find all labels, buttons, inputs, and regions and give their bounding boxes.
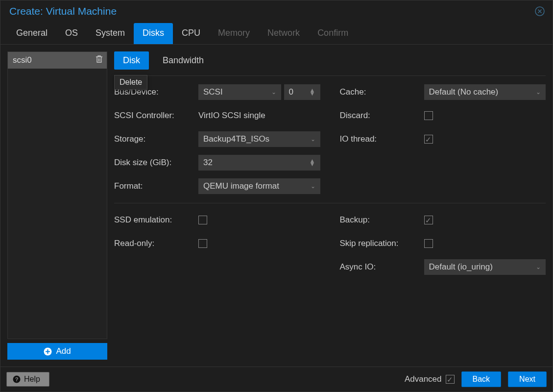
- row-cache: Cache: Default (No cache) ⌄: [340, 84, 546, 100]
- label-backup: Backup:: [340, 215, 424, 225]
- format-select[interactable]: QEMU image format ⌄: [198, 178, 320, 194]
- tab-cpu[interactable]: CPU: [173, 23, 209, 44]
- left-column: Bus/Device: SCSI ⌄ 0 ▲▼: [114, 84, 320, 194]
- help-icon: ?: [13, 375, 21, 383]
- disk-size-spinner[interactable]: 32 ▲▼: [198, 155, 320, 171]
- label-scsi-controller: SCSI Controller:: [114, 111, 198, 121]
- dialog-body: scsi0 Add Disk Bandwidth Delete: [0, 45, 553, 367]
- skip-replication-checkbox[interactable]: [424, 239, 433, 248]
- label-disk-size: Disk size (GiB):: [114, 158, 198, 168]
- disk-form: Bus/Device: SCSI ⌄ 0 ▲▼: [114, 75, 546, 275]
- row-format: Format: QEMU image format ⌄: [114, 178, 320, 194]
- label-io-thread: IO thread:: [340, 134, 424, 144]
- spinner-arrows-icon: ▲▼: [310, 159, 315, 166]
- label-async-io: Async IO:: [340, 262, 424, 272]
- subtab-bandwidth[interactable]: Bandwidth: [154, 51, 213, 70]
- chevron-down-icon: ⌄: [536, 264, 541, 270]
- tab-disks[interactable]: Disks: [134, 23, 173, 44]
- label-cache: Cache:: [340, 87, 424, 97]
- delete-disk-button[interactable]: [96, 55, 103, 66]
- row-discard: Discard:: [340, 108, 546, 123]
- row-disk-size: Disk size (GiB): 32 ▲▼: [114, 155, 320, 171]
- disk-item-label: scsi0: [13, 55, 32, 65]
- disk-subtabs: Disk Bandwidth: [114, 51, 546, 75]
- row-async-io: Async IO: Default (io_uring) ⌄: [340, 259, 546, 275]
- tab-system[interactable]: System: [87, 23, 134, 44]
- trash-icon: [96, 55, 103, 63]
- right-column: Cache: Default (No cache) ⌄ Discard: IO …: [340, 84, 546, 194]
- help-button[interactable]: ? Help: [6, 372, 49, 387]
- disk-list-item[interactable]: scsi0: [8, 52, 107, 69]
- close-icon: [535, 6, 545, 16]
- tab-confirm: Confirm: [309, 23, 357, 44]
- chevron-down-icon: ⌄: [271, 89, 276, 96]
- disk-sidebar: scsi0 Add: [7, 51, 107, 360]
- discard-checkbox[interactable]: [424, 111, 433, 120]
- bus-select[interactable]: SCSI ⌄: [198, 84, 281, 100]
- dialog-footer: ? Help Advanced Back Next: [0, 367, 553, 392]
- row-io-thread: IO thread:: [340, 131, 546, 147]
- value-scsi-controller: VirtIO SCSI single: [198, 111, 265, 121]
- io-thread-checkbox[interactable]: [424, 135, 433, 144]
- title-bar: Create: Virtual Machine: [0, 0, 553, 20]
- svg-text:?: ?: [15, 376, 19, 382]
- backup-checkbox[interactable]: [424, 216, 433, 224]
- row-skip-replication: Skip replication:: [340, 236, 546, 251]
- close-button[interactable]: [535, 6, 545, 16]
- ssd-checkbox[interactable]: [198, 216, 207, 224]
- readonly-checkbox[interactable]: [198, 239, 207, 248]
- device-number-spinner[interactable]: 0 ▲▼: [284, 84, 320, 100]
- tab-network: Network: [259, 23, 309, 44]
- tab-os[interactable]: OS: [56, 23, 87, 44]
- async-io-select[interactable]: Default (io_uring) ⌄: [424, 259, 546, 275]
- plus-circle-icon: [44, 347, 52, 356]
- advanced-toggle[interactable]: Advanced: [405, 374, 455, 384]
- label-format: Format:: [114, 181, 198, 191]
- label-readonly: Read-only:: [114, 239, 198, 248]
- chevron-down-icon: ⌄: [536, 89, 541, 96]
- label-ssd: SSD emulation:: [114, 215, 198, 225]
- back-button[interactable]: Back: [461, 371, 502, 387]
- window-title: Create: Virtual Machine: [9, 5, 117, 17]
- label-storage: Storage:: [114, 134, 198, 144]
- row-ssd: SSD emulation:: [114, 212, 320, 228]
- row-storage: Storage: Backup4TB_ISOs ⌄: [114, 131, 320, 147]
- wizard-tabs: General OS System Disks CPU Memory Netwo…: [0, 20, 553, 45]
- add-disk-button[interactable]: Add: [7, 343, 107, 360]
- tab-general[interactable]: General: [7, 23, 56, 44]
- chevron-down-icon: ⌄: [311, 183, 315, 190]
- right-column-2: Backup: Skip replication: Async IO: Defa…: [340, 212, 546, 275]
- add-button-label: Add: [56, 346, 71, 356]
- label-skip-replication: Skip replication:: [340, 239, 424, 248]
- chevron-down-icon: ⌄: [311, 136, 315, 143]
- left-column-2: SSD emulation: Read-only:: [114, 212, 320, 275]
- subtab-disk[interactable]: Disk: [114, 51, 149, 70]
- label-discard: Discard:: [340, 111, 424, 121]
- vm-create-dialog: Create: Virtual Machine General OS Syste…: [0, 0, 553, 392]
- storage-select[interactable]: Backup4TB_ISOs ⌄: [198, 131, 320, 147]
- cache-select[interactable]: Default (No cache) ⌄: [424, 84, 546, 100]
- row-readonly: Read-only:: [114, 236, 320, 251]
- divider: [114, 203, 546, 203]
- disk-config-panel: Disk Bandwidth Delete Bus/Device: SCSI ⌄: [114, 51, 546, 360]
- next-button[interactable]: Next: [508, 371, 547, 387]
- disk-list: scsi0: [7, 51, 107, 339]
- advanced-checkbox[interactable]: [446, 375, 455, 384]
- row-backup: Backup:: [340, 212, 546, 228]
- footer-right: Advanced Back Next: [405, 371, 547, 387]
- delete-tooltip: Delete: [114, 75, 147, 90]
- row-scsi-controller: SCSI Controller: VirtIO SCSI single: [114, 108, 320, 123]
- tab-memory: Memory: [209, 23, 259, 44]
- spinner-arrows-icon: ▲▼: [310, 89, 315, 96]
